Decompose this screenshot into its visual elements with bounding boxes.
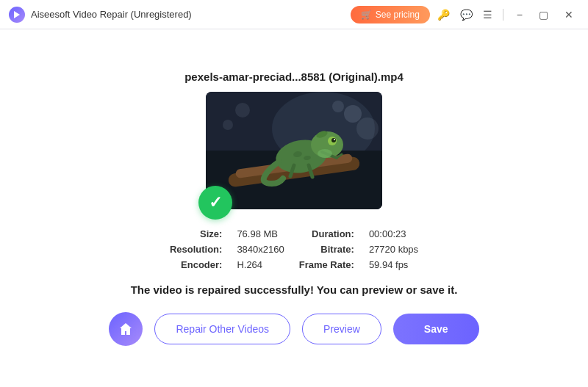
action-buttons: Repair Other Videos Preview Save bbox=[109, 312, 478, 346]
app-title: Aiseesoft Video Repair (Unregistered) bbox=[31, 9, 192, 20]
repair-other-videos-button[interactable]: Repair Other Videos bbox=[154, 314, 290, 344]
svg-point-22 bbox=[235, 103, 250, 117]
metadata-grid: Size: 76.98 MB Duration: 00:00:23 Resolu… bbox=[170, 228, 418, 270]
key-icon-button[interactable]: 🔑 bbox=[434, 6, 453, 23]
title-divider bbox=[503, 9, 503, 21]
cart-icon: 🛒 bbox=[361, 10, 372, 20]
svg-point-21 bbox=[356, 117, 379, 140]
resolution-label: Resolution: bbox=[170, 244, 223, 255]
svg-point-10 bbox=[334, 139, 335, 140]
svg-point-18 bbox=[318, 149, 332, 158]
size-value: 76.98 MB bbox=[237, 228, 284, 239]
home-icon bbox=[118, 322, 133, 336]
framerate-label: Frame Rate: bbox=[299, 259, 354, 270]
home-button[interactable] bbox=[109, 312, 143, 346]
encoder-label: Encoder: bbox=[170, 259, 223, 270]
app-logo bbox=[9, 7, 25, 23]
resolution-value: 3840x2160 bbox=[237, 244, 284, 255]
video-thumb-image bbox=[206, 92, 382, 209]
title-bar-right: 🛒 See pricing 🔑 💬 ☰ − ▢ ✕ bbox=[351, 6, 579, 23]
bitrate-value: 27720 kbps bbox=[369, 244, 418, 255]
svg-marker-0 bbox=[14, 11, 20, 18]
encoder-value: H.264 bbox=[237, 259, 284, 270]
size-label: Size: bbox=[170, 228, 223, 239]
maximize-button[interactable]: ▢ bbox=[533, 6, 554, 23]
video-preview-container: ✓ bbox=[206, 92, 382, 209]
minimize-button[interactable]: − bbox=[511, 6, 528, 23]
duration-label: Duration: bbox=[299, 228, 354, 239]
framerate-value: 59.94 fps bbox=[369, 259, 418, 270]
bitrate-label: Bitrate: bbox=[299, 244, 354, 255]
video-thumbnail bbox=[206, 92, 382, 209]
preview-button[interactable]: Preview bbox=[302, 314, 381, 344]
success-message: The video is repaired successfully! You … bbox=[131, 283, 458, 296]
close-button[interactable]: ✕ bbox=[559, 6, 579, 23]
main-content: pexels-amar-preciad...8581 (Original).mp… bbox=[0, 29, 588, 387]
chat-icon-button[interactable]: 💬 bbox=[457, 6, 476, 23]
svg-point-9 bbox=[331, 138, 336, 142]
save-button[interactable]: Save bbox=[393, 314, 479, 344]
see-pricing-button[interactable]: 🛒 See pricing bbox=[351, 6, 430, 23]
video-filename: pexels-amar-preciad...8581 (Original).mp… bbox=[184, 70, 404, 83]
svg-point-20 bbox=[332, 101, 344, 112]
svg-point-23 bbox=[223, 120, 233, 130]
title-bar-left: Aiseesoft Video Repair (Unregistered) bbox=[9, 7, 192, 23]
menu-icon-button[interactable]: ☰ bbox=[480, 6, 495, 23]
duration-value: 00:00:23 bbox=[369, 228, 418, 239]
checkmark-badge: ✓ bbox=[198, 186, 232, 220]
title-bar: Aiseesoft Video Repair (Unregistered) 🛒 … bbox=[0, 0, 588, 29]
svg-point-19 bbox=[344, 105, 362, 123]
